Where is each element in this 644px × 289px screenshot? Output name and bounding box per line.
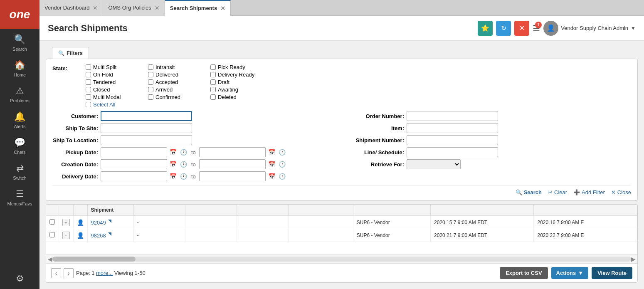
ship-to-site-input[interactable]: [101, 123, 192, 133]
col-pickup: [431, 205, 534, 216]
sidebar-item-settings[interactable]: ⚙: [0, 268, 39, 289]
row-checkbox[interactable]: [49, 232, 55, 237]
pickup-clock-from-button[interactable]: 🕐: [179, 148, 188, 156]
home-icon: 🏠: [14, 60, 25, 71]
intransit-checkbox[interactable]: [148, 64, 153, 70]
next-page-button[interactable]: ›: [64, 268, 74, 278]
creation-cal-to-button[interactable]: 📅: [267, 160, 276, 168]
confirmed-label: Confirmed: [155, 94, 180, 100]
delivery-cal-from-button[interactable]: 📅: [169, 172, 178, 180]
deleted-checkbox[interactable]: [210, 94, 216, 100]
tendered-checkbox[interactable]: [86, 79, 91, 85]
tab-close-vendor-dashboard[interactable]: ✕: [93, 5, 98, 11]
close-link[interactable]: ✕ Close: [611, 189, 631, 195]
filter-icon: 🔍: [58, 50, 64, 56]
clear-link-label: Clear: [554, 189, 567, 195]
confirmed-checkbox[interactable]: [148, 94, 153, 100]
pickup-cal-to-button[interactable]: 📅: [267, 148, 276, 156]
shipment-link[interactable]: 92049: [91, 220, 106, 226]
accepted-checkbox[interactable]: [148, 79, 153, 85]
line-schedule-input[interactable]: [407, 147, 498, 157]
multi-modal-checkbox[interactable]: [86, 94, 91, 100]
pagination-actions: Export to CSV Actions ▼ View Route: [500, 267, 632, 279]
select-all-link[interactable]: Select All: [93, 101, 115, 108]
tab-close-search-shipments[interactable]: ✕: [220, 5, 225, 12]
sidebar-item-problems[interactable]: ⚠ Problems: [0, 81, 39, 106]
pick-ready-checkbox[interactable]: [210, 64, 216, 70]
more-link[interactable]: more...: [96, 270, 113, 276]
user-menu[interactable]: 👤 Vendor Supply Chain Admin ▼: [543, 21, 636, 36]
awaiting-checkbox[interactable]: [210, 87, 216, 92]
on-hold-checkbox[interactable]: [86, 72, 91, 77]
pickup-clock-to-button[interactable]: 🕐: [278, 148, 286, 156]
tab-search-shipments[interactable]: Search Shipments ✕: [165, 0, 231, 16]
sidebar: one 🔍 Search 🏠 Home ⚠ Problems 🔔 Alerts …: [0, 0, 39, 289]
creation-date-from-input[interactable]: 2020 1 7 12:00 AM EDT: [101, 159, 167, 169]
delivery-clock-to-button[interactable]: 🕐: [278, 172, 286, 180]
creation-date-to-input[interactable]: 2021 9 5 11:59 PM EDT: [199, 159, 266, 169]
customer-input[interactable]: [101, 111, 192, 121]
pickup-date-to-input[interactable]: [199, 147, 266, 157]
search-link[interactable]: 🔍 Search: [516, 189, 542, 195]
shipment-link[interactable]: 98268: [91, 232, 106, 239]
retrieve-for-select[interactable]: [407, 159, 461, 169]
add-filter-link[interactable]: ➕ Add Filter: [573, 189, 605, 195]
favorite-button[interactable]: ⭐: [478, 21, 493, 36]
row-checkbox[interactable]: [49, 219, 55, 225]
draft-checkbox[interactable]: [210, 79, 216, 85]
app-logo[interactable]: one: [0, 0, 39, 29]
creation-cal-from-button[interactable]: 📅: [169, 160, 178, 168]
pickup-date-from-input[interactable]: [101, 147, 167, 157]
pickup-date-label: Pickup Date:: [52, 149, 98, 156]
row-vendor-cell: SUP6 - Vendor: [353, 229, 430, 242]
clear-link-icon: ✂: [548, 189, 553, 195]
notification-badge: 1: [535, 22, 542, 28]
tab-close-oms-org-policies[interactable]: ✕: [155, 5, 160, 11]
scroll-right-button[interactable]: ▶: [631, 256, 636, 262]
filters-tab[interactable]: 🔍 Filters: [52, 47, 89, 59]
sidebar-item-chats[interactable]: 💬 Chats: [0, 132, 39, 158]
creation-clock-to-button[interactable]: 🕐: [278, 160, 286, 168]
delivery-date-from-input[interactable]: [101, 171, 167, 181]
sidebar-item-home[interactable]: 🏠 Home: [0, 55, 39, 81]
sidebar-item-alerts[interactable]: 🔔 Alerts: [0, 106, 39, 132]
closed-checkbox[interactable]: [86, 87, 91, 92]
ship-to-location-input[interactable]: [101, 135, 192, 145]
item-input[interactable]: [407, 123, 498, 133]
delivered-label: Delivered: [155, 72, 178, 78]
horizontal-scrollbar[interactable]: [52, 257, 631, 262]
select-all-item: Select All: [86, 101, 148, 108]
actions-button[interactable]: Actions ▼: [551, 267, 589, 279]
viewing-label: Viewing 1-50: [114, 270, 146, 276]
order-number-input[interactable]: [407, 111, 498, 121]
pickup-cal-from-button[interactable]: 📅: [169, 148, 178, 156]
menu-button[interactable]: ☰ 1: [533, 23, 540, 33]
close-button[interactable]: ✕: [514, 21, 529, 36]
multi-split-checkbox[interactable]: [86, 64, 91, 70]
shipment-number-input[interactable]: [407, 135, 498, 145]
delivery-ready-checkbox[interactable]: [210, 72, 216, 77]
row-pickup-cell: 2020 15 7 9:00 AM EDT: [431, 216, 534, 229]
clear-link[interactable]: ✂ Clear: [548, 189, 567, 195]
row-expand-button[interactable]: +: [62, 219, 70, 226]
delivered-checkbox[interactable]: [148, 72, 153, 77]
arrived-checkbox[interactable]: [148, 87, 153, 92]
delivery-clock-from-button[interactable]: 🕐: [179, 172, 188, 180]
main-area: Vendor Dashboard ✕ OMS Org Policies ✕ Se…: [39, 0, 644, 289]
select-all-checkbox[interactable]: [86, 102, 91, 107]
refresh-button[interactable]: ↻: [496, 21, 511, 36]
view-route-button[interactable]: View Route: [592, 267, 632, 279]
delivery-date-to-input[interactable]: [199, 171, 266, 181]
creation-clock-from-button[interactable]: 🕐: [179, 160, 188, 168]
sidebar-item-search[interactable]: 🔍 Search: [0, 29, 39, 55]
prev-page-button[interactable]: ‹: [51, 268, 61, 278]
sidebar-item-menus-favs[interactable]: ☰ Menus/Favs: [0, 184, 39, 210]
tab-oms-org-policies[interactable]: OMS Org Policies ✕: [103, 0, 165, 16]
row-expand-button[interactable]: +: [62, 232, 70, 239]
sidebar-item-switch[interactable]: ⇄ Switch: [0, 158, 39, 184]
tab-vendor-dashboard[interactable]: Vendor Dashboard ✕: [39, 0, 103, 16]
delivery-ready-label: Delivery Ready: [218, 72, 254, 78]
export-csv-button[interactable]: Export to CSV: [500, 267, 548, 279]
scroll-left-button[interactable]: ◀: [48, 256, 52, 262]
delivery-cal-to-button[interactable]: 📅: [267, 172, 276, 180]
